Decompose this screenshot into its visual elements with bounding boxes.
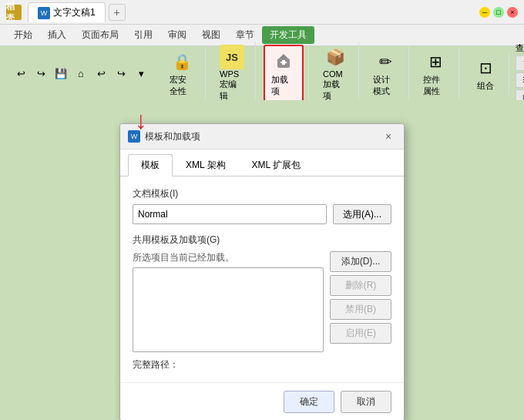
- ribbon-group-design: ✏ 设计模式: [362, 46, 409, 100]
- quick-access-toolbar: ↩ ↪ 💾 ⌂ ↩ ↪ ▾: [6, 65, 156, 82]
- ribbon-group-security: 🔒 宏安全性: [159, 46, 206, 100]
- right-tools-row1: T A A A: [516, 55, 524, 71]
- template-field-label: 文档模板(I): [133, 187, 391, 200]
- save-button[interactable]: 💾: [52, 65, 69, 82]
- view-code-row: 查看代码: [516, 42, 524, 54]
- dialog-close-button[interactable]: ×: [381, 129, 396, 144]
- com-icon: 📦: [323, 45, 348, 69]
- document-tab[interactable]: W文字文稿1: [28, 2, 106, 22]
- control-icon: ⊞: [423, 49, 448, 74]
- text-tool-T[interactable]: T: [516, 55, 524, 71]
- ribbon-tab-layout[interactable]: 页面布局: [74, 25, 126, 45]
- dialog-overlay: W 模板和加载项 × 模板 XML 架构 XML 扩展包 文档模板(I) 选用(…: [0, 100, 524, 420]
- app-logo: 稻壳: [6, 5, 22, 20]
- arrow-indicator: ↓: [135, 108, 147, 133]
- new-tab-button[interactable]: +: [109, 4, 126, 21]
- doc-icon: W: [38, 7, 50, 19]
- design-icon: ✏: [373, 49, 398, 74]
- addon-action-buttons: 添加(D)... 删除(R) 禁用(B) 启用(E): [330, 251, 391, 352]
- undo-button[interactable]: ↩: [12, 65, 29, 82]
- macro-security-button[interactable]: 🔒 宏安全性: [163, 46, 200, 100]
- more-button[interactable]: ▾: [133, 65, 149, 82]
- ribbon-group-addins: 加载项: [259, 45, 309, 102]
- ribbon-tabs: 开始 插入 页面布局 引用 审阅 视图 章节 开发工具: [0, 25, 524, 46]
- full-path-label: 完整路径：: [133, 358, 391, 371]
- addons-listbox[interactable]: [133, 267, 324, 352]
- disable-addon-button[interactable]: 禁用(B): [330, 299, 391, 320]
- view-code-button[interactable]: 查看代码: [516, 42, 524, 54]
- wps-macro-editor-button[interactable]: JS WPS 宏编辑: [213, 42, 250, 105]
- addons-area: 所选项目当前已经加载。 添加(D)... 删除(R) 禁用(B) 启用(E): [133, 251, 391, 352]
- title-bar: 稻壳 W文字文稿1 + ─ □ ×: [0, 0, 524, 25]
- close-button[interactable]: ×: [507, 7, 518, 18]
- select-template-button[interactable]: 选用(A)...: [333, 204, 391, 224]
- undo2-button[interactable]: ↩: [92, 65, 109, 82]
- design-mode-button[interactable]: ✏ 设计模式: [367, 46, 404, 100]
- combine-icon: ⊡: [473, 55, 498, 80]
- right-tools-row2: ☰ ⊡ ⊟: [516, 72, 524, 88]
- ok-button[interactable]: 确定: [284, 391, 334, 413]
- control-prop-button[interactable]: ⊞ 控件属性: [417, 46, 454, 100]
- ribbon-content: ↩ ↪ 💾 ⌂ ↩ ↪ ▾ 🔒 宏安全性 JS WPS 宏编辑: [0, 46, 524, 100]
- ribbon-tab-devtools[interactable]: 开发工具: [262, 26, 314, 44]
- ribbon-right-tools: 查看代码 T A A A ☰ ⊡ ⊟ ⊡ ⊞ ⊡: [512, 39, 524, 108]
- dialog-body: 文档模板(I) 选用(A)... 共用模板及加载项(G) 所选项目当前已经加载。…: [120, 176, 404, 382]
- dialog-title-text: 模板和加载项: [145, 130, 381, 143]
- template-input[interactable]: [133, 204, 327, 224]
- dialog-footer: 确定 取消: [120, 382, 404, 420]
- dialog-tab-xml-schema[interactable]: XML 架构: [173, 154, 239, 176]
- ribbon-tab-reference[interactable]: 引用: [126, 25, 160, 45]
- dialog-tab-template[interactable]: 模板: [128, 154, 173, 176]
- addons-hint: 所选项目当前已经加载。: [133, 251, 324, 264]
- addons-list-area: 所选项目当前已经加载。: [133, 251, 324, 352]
- minimize-button[interactable]: ─: [479, 7, 490, 18]
- addins-button[interactable]: 加载项: [264, 45, 304, 102]
- main-area: ↓ W 模板和加载项 × 模板 XML 架构 XML 扩展包 文档模板(I): [0, 100, 524, 420]
- svg-rect-3: [282, 60, 285, 65]
- template-field-row: 选用(A)...: [133, 204, 391, 224]
- dialog-tabs: 模板 XML 架构 XML 扩展包: [120, 150, 404, 176]
- cancel-button[interactable]: 取消: [341, 391, 391, 413]
- dialog-titlebar: W 模板和加载项 ×: [120, 124, 404, 150]
- svg-marker-1: [279, 54, 288, 59]
- com-addins-button[interactable]: 📦 COM 加载项: [317, 42, 354, 105]
- home-button[interactable]: ⌂: [72, 65, 89, 82]
- ribbon-group-control: ⊞ 控件属性: [412, 46, 459, 100]
- grid-tool[interactable]: ☰: [516, 72, 524, 88]
- title-tabs: W文字文稿1 +: [28, 2, 126, 22]
- template-addins-dialog: W 模板和加载项 × 模板 XML 架构 XML 扩展包 文档模板(I) 选用(…: [119, 123, 405, 420]
- addins-icon: [271, 49, 296, 74]
- redo2-button[interactable]: ↪: [113, 65, 129, 82]
- maximize-button[interactable]: □: [493, 7, 504, 18]
- enable-addon-button[interactable]: 启用(E): [330, 323, 391, 344]
- ribbon-tab-review[interactable]: 审阅: [160, 25, 194, 45]
- addons-section-label: 共用模板及加载项(G): [133, 234, 391, 247]
- ribbon-group-com: 📦 COM 加载项: [312, 42, 359, 105]
- redo-button[interactable]: ↪: [32, 65, 49, 82]
- ribbon-group-combine: ⊡ 组合: [462, 52, 509, 95]
- ribbon-group-wps-macro: JS WPS 宏编辑: [209, 42, 256, 105]
- security-icon: 🔒: [170, 49, 194, 74]
- combine-button[interactable]: ⊡ 组合: [467, 52, 504, 95]
- dialog-tab-xml-ext[interactable]: XML 扩展包: [239, 154, 314, 176]
- js-icon: JS: [220, 45, 244, 69]
- ribbon-tab-start[interactable]: 开始: [6, 25, 40, 45]
- add-addon-button[interactable]: 添加(D)...: [330, 251, 391, 272]
- window-controls: ─ □ ×: [479, 7, 518, 18]
- ribbon-tab-insert[interactable]: 插入: [40, 25, 74, 45]
- remove-addon-button[interactable]: 删除(R): [330, 275, 391, 296]
